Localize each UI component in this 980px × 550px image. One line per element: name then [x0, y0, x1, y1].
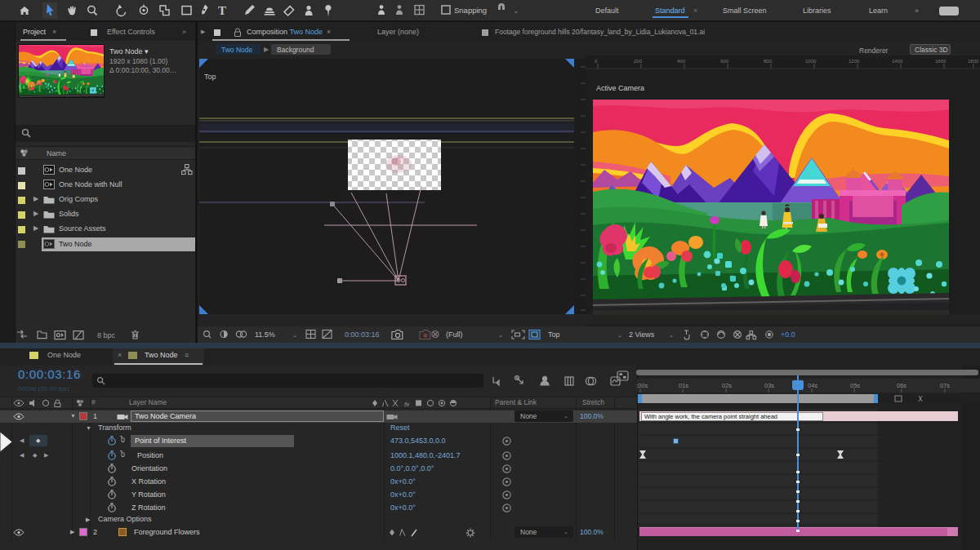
svg-text:800: 800	[764, 59, 773, 64]
svg-text:1400: 1400	[892, 59, 903, 64]
svg-text:0:00:03:16: 0:00:03:16	[345, 330, 380, 339]
svg-text:11.5%: 11.5%	[255, 330, 275, 339]
svg-text:⌄: ⌄	[617, 332, 622, 338]
svg-text:⌄: ⌄	[669, 332, 674, 338]
svg-text:1200: 1200	[849, 59, 860, 64]
svg-text:2 Views: 2 Views	[629, 330, 655, 339]
svg-text:200: 200	[634, 59, 643, 64]
svg-text:(Full): (Full)	[446, 330, 463, 339]
svg-text:400: 400	[677, 59, 686, 64]
svg-text:⌄: ⌄	[498, 332, 503, 338]
svg-text:T: T	[218, 4, 226, 17]
svg-text:8 bpc: 8 bpc	[97, 331, 116, 339]
svg-text:1000: 1000	[805, 59, 817, 64]
svg-text:1800: 1800	[968, 59, 979, 64]
svg-text:⌄: ⌄	[513, 7, 519, 15]
svg-text:1600: 1600	[935, 59, 947, 64]
svg-text:⌄: ⌄	[292, 332, 297, 338]
svg-text:Snapping: Snapping	[454, 6, 487, 15]
svg-text:600: 600	[720, 59, 729, 64]
svg-text:Top: Top	[548, 330, 560, 339]
svg-text:+0.0: +0.0	[781, 330, 795, 339]
